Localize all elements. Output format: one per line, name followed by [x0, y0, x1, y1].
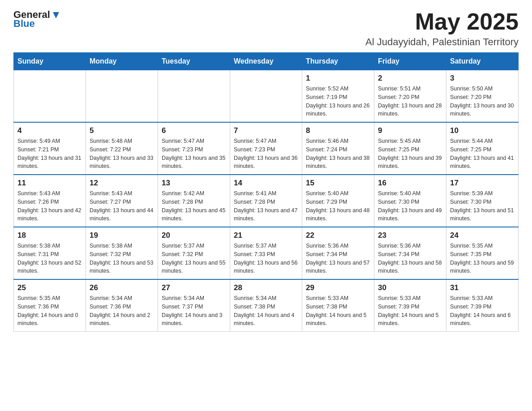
table-row: [86, 70, 158, 123]
month-title: May 2025: [365, 9, 519, 34]
logo: General Blue: [13, 9, 61, 30]
table-row: 16Sunrise: 5:40 AMSunset: 7:30 PMDayligh…: [374, 175, 446, 227]
table-row: 26Sunrise: 5:34 AMSunset: 7:36 PMDayligh…: [86, 279, 158, 332]
col-saturday: Saturday: [446, 53, 519, 70]
day-number: 20: [162, 231, 226, 240]
day-number: 30: [378, 283, 442, 292]
calendar-header-row: Sunday Monday Tuesday Wednesday Thursday…: [14, 53, 519, 70]
svg-marker-0: [53, 12, 59, 18]
day-info: Sunrise: 5:52 AMSunset: 7:19 PMDaylight:…: [306, 85, 370, 118]
col-sunday: Sunday: [14, 53, 86, 70]
day-number: 13: [162, 179, 226, 188]
table-row: 17Sunrise: 5:39 AMSunset: 7:30 PMDayligh…: [446, 175, 519, 227]
day-info: Sunrise: 5:38 AMSunset: 7:31 PMDaylight:…: [17, 242, 82, 275]
day-number: 25: [17, 283, 82, 292]
table-row: [14, 70, 86, 123]
day-number: 6: [162, 126, 226, 135]
table-row: 20Sunrise: 5:37 AMSunset: 7:32 PMDayligh…: [158, 227, 230, 279]
day-info: Sunrise: 5:35 AMSunset: 7:35 PMDaylight:…: [450, 242, 515, 275]
day-number: 23: [378, 231, 442, 240]
table-row: 10Sunrise: 5:44 AMSunset: 7:25 PMDayligh…: [446, 122, 519, 175]
day-number: 26: [90, 283, 154, 292]
day-info: Sunrise: 5:33 AMSunset: 7:38 PMDaylight:…: [306, 294, 370, 328]
day-number: 28: [234, 283, 298, 292]
table-row: 23Sunrise: 5:36 AMSunset: 7:34 PMDayligh…: [374, 227, 446, 279]
col-monday: Monday: [86, 53, 158, 70]
location-title: Al Judayyidah, Palestinian Territory: [365, 36, 519, 48]
day-info: Sunrise: 5:36 AMSunset: 7:34 PMDaylight:…: [306, 242, 370, 275]
table-row: 27Sunrise: 5:34 AMSunset: 7:37 PMDayligh…: [158, 279, 230, 332]
day-info: Sunrise: 5:51 AMSunset: 7:20 PMDaylight:…: [378, 85, 442, 118]
day-number: 7: [234, 126, 298, 135]
calendar-week-row: 1Sunrise: 5:52 AMSunset: 7:19 PMDaylight…: [14, 70, 519, 123]
day-number: 2: [378, 74, 442, 83]
table-row: 24Sunrise: 5:35 AMSunset: 7:35 PMDayligh…: [446, 227, 519, 279]
day-number: 16: [378, 179, 442, 188]
table-row: 13Sunrise: 5:42 AMSunset: 7:28 PMDayligh…: [158, 175, 230, 227]
day-info: Sunrise: 5:34 AMSunset: 7:36 PMDaylight:…: [90, 294, 154, 328]
table-row: 11Sunrise: 5:43 AMSunset: 7:26 PMDayligh…: [14, 175, 86, 227]
day-number: 15: [306, 179, 370, 188]
day-info: Sunrise: 5:47 AMSunset: 7:23 PMDaylight:…: [162, 137, 226, 171]
day-number: 19: [90, 231, 154, 240]
table-row: 29Sunrise: 5:33 AMSunset: 7:38 PMDayligh…: [302, 279, 374, 332]
day-info: Sunrise: 5:43 AMSunset: 7:27 PMDaylight:…: [90, 189, 154, 223]
table-row: 19Sunrise: 5:38 AMSunset: 7:32 PMDayligh…: [86, 227, 158, 279]
table-row: 3Sunrise: 5:50 AMSunset: 7:20 PMDaylight…: [446, 70, 519, 123]
table-row: [158, 70, 230, 123]
page-header: General Blue May 2025 Al Judayyidah, Pal…: [13, 9, 519, 48]
day-info: Sunrise: 5:41 AMSunset: 7:28 PMDaylight:…: [234, 189, 298, 223]
col-thursday: Thursday: [302, 53, 374, 70]
day-number: 8: [306, 126, 370, 135]
table-row: 15Sunrise: 5:40 AMSunset: 7:29 PMDayligh…: [302, 175, 374, 227]
day-info: Sunrise: 5:49 AMSunset: 7:21 PMDaylight:…: [17, 137, 82, 171]
day-number: 9: [378, 126, 442, 135]
table-row: 1Sunrise: 5:52 AMSunset: 7:19 PMDaylight…: [302, 70, 374, 123]
col-tuesday: Tuesday: [158, 53, 230, 70]
table-row: 8Sunrise: 5:46 AMSunset: 7:24 PMDaylight…: [302, 122, 374, 175]
table-row: 28Sunrise: 5:34 AMSunset: 7:38 PMDayligh…: [230, 279, 302, 332]
day-number: 3: [450, 74, 515, 83]
table-row: 21Sunrise: 5:37 AMSunset: 7:33 PMDayligh…: [230, 227, 302, 279]
day-info: Sunrise: 5:34 AMSunset: 7:38 PMDaylight:…: [234, 294, 298, 328]
col-friday: Friday: [374, 53, 446, 70]
col-wednesday: Wednesday: [230, 53, 302, 70]
table-row: 2Sunrise: 5:51 AMSunset: 7:20 PMDaylight…: [374, 70, 446, 123]
day-number: 14: [234, 179, 298, 188]
title-block: May 2025 Al Judayyidah, Palestinian Terr…: [365, 9, 519, 48]
table-row: 6Sunrise: 5:47 AMSunset: 7:23 PMDaylight…: [158, 122, 230, 175]
table-row: 14Sunrise: 5:41 AMSunset: 7:28 PMDayligh…: [230, 175, 302, 227]
day-info: Sunrise: 5:45 AMSunset: 7:25 PMDaylight:…: [378, 137, 442, 171]
logo-triangle-icon: [51, 10, 61, 20]
day-info: Sunrise: 5:36 AMSunset: 7:34 PMDaylight:…: [378, 242, 442, 275]
table-row: 9Sunrise: 5:45 AMSunset: 7:25 PMDaylight…: [374, 122, 446, 175]
day-info: Sunrise: 5:37 AMSunset: 7:32 PMDaylight:…: [162, 242, 226, 275]
table-row: 4Sunrise: 5:49 AMSunset: 7:21 PMDaylight…: [14, 122, 86, 175]
day-info: Sunrise: 5:40 AMSunset: 7:29 PMDaylight:…: [306, 189, 370, 223]
logo-blue-text: Blue: [13, 18, 35, 30]
day-number: 18: [17, 231, 82, 240]
table-row: 18Sunrise: 5:38 AMSunset: 7:31 PMDayligh…: [14, 227, 86, 279]
calendar-week-row: 11Sunrise: 5:43 AMSunset: 7:26 PMDayligh…: [14, 175, 519, 227]
day-info: Sunrise: 5:42 AMSunset: 7:28 PMDaylight:…: [162, 189, 226, 223]
day-info: Sunrise: 5:47 AMSunset: 7:23 PMDaylight:…: [234, 137, 298, 171]
table-row: 25Sunrise: 5:35 AMSunset: 7:36 PMDayligh…: [14, 279, 86, 332]
day-number: 10: [450, 126, 515, 135]
day-info: Sunrise: 5:46 AMSunset: 7:24 PMDaylight:…: [306, 137, 370, 171]
table-row: 31Sunrise: 5:33 AMSunset: 7:39 PMDayligh…: [446, 279, 519, 332]
calendar-week-row: 18Sunrise: 5:38 AMSunset: 7:31 PMDayligh…: [14, 227, 519, 279]
day-info: Sunrise: 5:33 AMSunset: 7:39 PMDaylight:…: [450, 294, 515, 328]
day-number: 12: [90, 179, 154, 188]
table-row: 12Sunrise: 5:43 AMSunset: 7:27 PMDayligh…: [86, 175, 158, 227]
table-row: 22Sunrise: 5:36 AMSunset: 7:34 PMDayligh…: [302, 227, 374, 279]
day-info: Sunrise: 5:44 AMSunset: 7:25 PMDaylight:…: [450, 137, 515, 171]
day-info: Sunrise: 5:35 AMSunset: 7:36 PMDaylight:…: [17, 294, 82, 328]
day-number: 21: [234, 231, 298, 240]
day-number: 5: [90, 126, 154, 135]
day-number: 1: [306, 74, 370, 83]
day-info: Sunrise: 5:39 AMSunset: 7:30 PMDaylight:…: [450, 189, 515, 223]
table-row: 30Sunrise: 5:33 AMSunset: 7:39 PMDayligh…: [374, 279, 446, 332]
day-info: Sunrise: 5:50 AMSunset: 7:20 PMDaylight:…: [450, 85, 515, 118]
calendar-table: Sunday Monday Tuesday Wednesday Thursday…: [13, 52, 519, 332]
day-info: Sunrise: 5:33 AMSunset: 7:39 PMDaylight:…: [378, 294, 442, 328]
